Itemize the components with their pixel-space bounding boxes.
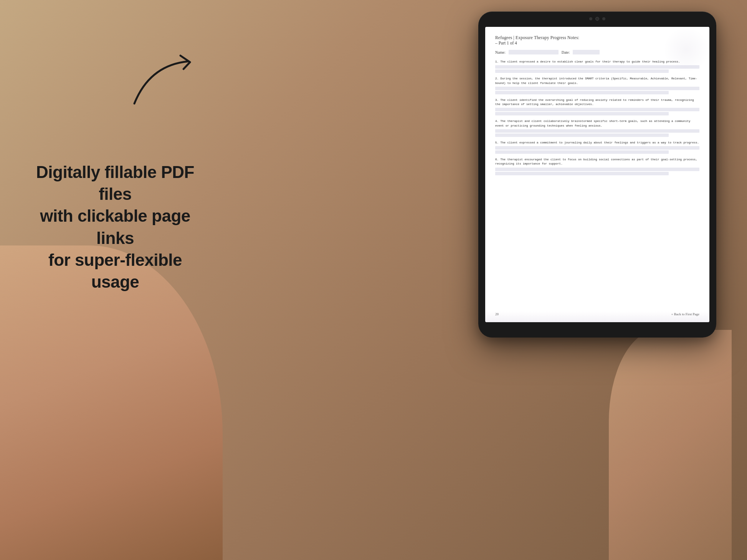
pdf-line[interactable]	[495, 112, 669, 115]
pdf-item-6-text: 6. The therapist encouraged the client t…	[495, 158, 699, 166]
pdf-item-2-lines	[495, 87, 699, 94]
pdf-item-2: 2. During the session, the therapist int…	[495, 77, 699, 94]
pdf-item-5-lines	[495, 146, 699, 154]
tablet-body: Refugees | Exposure Therapy Progress Not…	[478, 12, 716, 338]
pdf-line[interactable]	[495, 108, 699, 111]
tablet-sensors	[589, 17, 605, 21]
tablet-screen: Refugees | Exposure Therapy Progress Not…	[485, 27, 709, 322]
date-label: Date:	[562, 50, 570, 54]
arrow-icon	[127, 50, 211, 111]
pdf-line[interactable]	[495, 172, 669, 175]
hand-right	[609, 330, 732, 560]
tablet: Refugees | Exposure Therapy Progress Not…	[478, 12, 716, 338]
pdf-item-4: 4. The therapist and client collaborativ…	[495, 119, 699, 137]
sensor-camera	[595, 17, 599, 21]
pdf-bottom-decoration	[485, 311, 709, 322]
sensor-dot-right	[602, 17, 605, 20]
pdf-item-3-text: 3. The client identified the overarching…	[495, 98, 699, 107]
pdf-line[interactable]	[495, 168, 699, 171]
date-input-field[interactable]	[573, 50, 600, 54]
left-promo-text: Digitally fillable PDF files with clicka…	[23, 161, 207, 293]
pdf-line[interactable]	[495, 87, 699, 90]
promo-line3: for super-flexible usage	[23, 249, 207, 293]
pdf-line[interactable]	[495, 69, 669, 73]
pdf-line[interactable]	[495, 133, 669, 137]
pdf-item-5: 5. The client expressed a commitment to …	[495, 141, 699, 154]
pdf-item-2-text: 2. During the session, the therapist int…	[495, 77, 699, 86]
pdf-line[interactable]	[495, 146, 699, 150]
pdf-item-6: 6. The therapist encouraged the client t…	[495, 158, 699, 175]
pdf-item-4-text: 4. The therapist and client collaborativ…	[495, 119, 699, 128]
name-input-field[interactable]	[509, 50, 559, 54]
pdf-item-4-lines	[495, 129, 699, 137]
pdf-line[interactable]	[495, 129, 699, 133]
sensor-dot-left	[589, 17, 592, 20]
pdf-item-3: 3. The client identified the overarching…	[495, 98, 699, 116]
promo-line2: with clickable page links	[23, 205, 207, 249]
pdf-item-6-lines	[495, 168, 699, 175]
pdf-item-5-text: 5. The client expressed a commitment to …	[495, 141, 699, 145]
name-label: Name:	[495, 50, 506, 54]
pdf-line[interactable]	[495, 91, 669, 94]
promo-line1: Digitally fillable PDF files	[23, 161, 207, 205]
pdf-document: Refugees | Exposure Therapy Progress Not…	[485, 27, 709, 322]
pdf-bg-pattern	[663, 27, 709, 73]
pdf-item-3-lines	[495, 108, 699, 115]
pdf-line[interactable]	[495, 150, 669, 154]
